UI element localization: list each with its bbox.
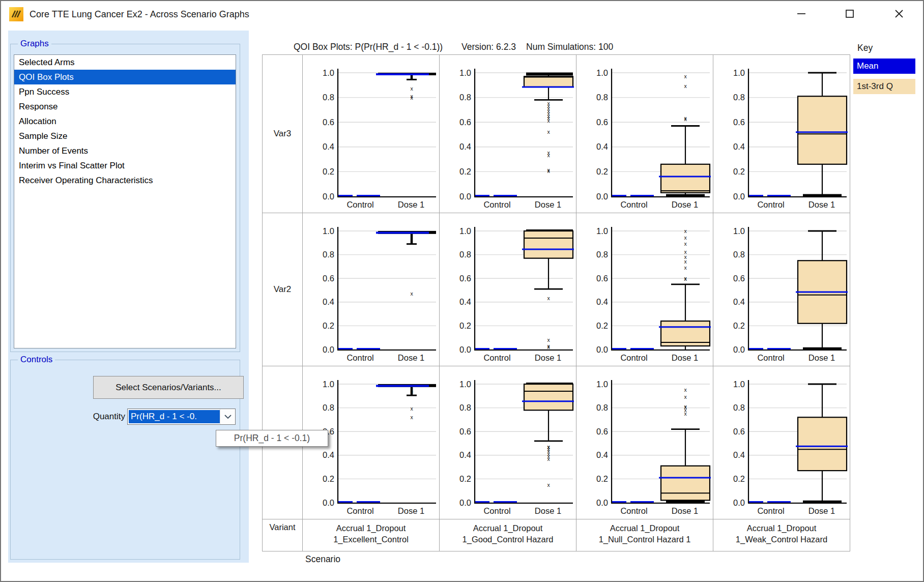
graphs-list-item[interactable]: Receiver Operating Characteristics bbox=[14, 173, 236, 188]
left-panel: Graphs Selected ArmsQOI Box PlotsPpn Suc… bbox=[8, 31, 249, 563]
svg-text:x: x bbox=[684, 83, 687, 89]
svg-text:0.4: 0.4 bbox=[323, 142, 334, 151]
svg-text:x: x bbox=[547, 344, 550, 350]
svg-text:0.0: 0.0 bbox=[459, 192, 471, 201]
version-label: Version: 6.2.3 bbox=[461, 42, 516, 52]
svg-text:0.2: 0.2 bbox=[733, 474, 745, 483]
svg-text:x: x bbox=[684, 73, 687, 79]
key-quartile-badge: 1st-3rd Q bbox=[853, 79, 915, 94]
quantity-combobox[interactable]: Pr(HR_d - 1 < -0. bbox=[127, 409, 236, 425]
row-label-var3: Var3 bbox=[263, 55, 302, 213]
window-title: Core TTE Lung Cancer Ex2 - Across Scenar… bbox=[30, 1, 249, 27]
select-scenarios-variants-button[interactable]: Select Scenarios/Variants... bbox=[93, 376, 244, 399]
graphs-list-item[interactable]: Sample Size bbox=[14, 129, 236, 143]
svg-text:1.0: 1.0 bbox=[596, 380, 608, 389]
svg-text:0.0: 0.0 bbox=[596, 192, 608, 201]
svg-text:Control: Control bbox=[757, 353, 784, 362]
svg-text:x: x bbox=[410, 390, 413, 396]
svg-text:0.4: 0.4 bbox=[323, 450, 334, 459]
svg-text:0.4: 0.4 bbox=[733, 450, 745, 459]
scenario-label-col1: Accrual 1_Dropout1_Excellent_Control bbox=[303, 519, 439, 551]
svg-text:1.0: 1.0 bbox=[323, 226, 334, 236]
svg-text:0.6: 0.6 bbox=[323, 118, 334, 127]
svg-text:0.6: 0.6 bbox=[459, 118, 471, 127]
svg-text:0.8: 0.8 bbox=[459, 403, 471, 412]
svg-text:Dose 1: Dose 1 bbox=[808, 200, 835, 209]
svg-text:x: x bbox=[547, 295, 550, 301]
svg-text:0.2: 0.2 bbox=[596, 167, 608, 176]
svg-text:x: x bbox=[684, 394, 687, 400]
svg-text:Control: Control bbox=[620, 353, 647, 362]
boxplot-grid: Var30.00.20.40.60.81.0ControlDose 1xxx0.… bbox=[262, 54, 850, 551]
close-button[interactable] bbox=[884, 2, 914, 25]
svg-text:1.0: 1.0 bbox=[596, 68, 608, 77]
graphs-list-item[interactable]: Response bbox=[14, 99, 236, 114]
svg-text:0.8: 0.8 bbox=[733, 93, 745, 102]
svg-text:Dose 1: Dose 1 bbox=[398, 200, 424, 209]
maximize-button[interactable] bbox=[835, 2, 864, 25]
svg-text:0.4: 0.4 bbox=[459, 450, 471, 459]
svg-text:x: x bbox=[684, 411, 687, 417]
svg-text:0.2: 0.2 bbox=[459, 167, 471, 176]
minimize-button[interactable] bbox=[787, 2, 816, 25]
svg-text:x: x bbox=[547, 168, 550, 174]
boxplot-panel-var1-col2: 0.00.20.40.60.81.0ControlDose 1xxxxxxxx bbox=[440, 366, 576, 519]
svg-text:0.4: 0.4 bbox=[596, 450, 608, 459]
svg-text:Dose 1: Dose 1 bbox=[672, 200, 698, 209]
boxplot-panel-var3-col4: 0.00.20.40.60.81.0ControlDose 1 bbox=[713, 55, 850, 213]
svg-text:x: x bbox=[684, 276, 687, 282]
graphs-list-item[interactable]: Allocation bbox=[14, 114, 236, 129]
svg-text:0.0: 0.0 bbox=[459, 498, 471, 507]
scenario-axis-label: Scenario bbox=[305, 554, 340, 565]
svg-text:Dose 1: Dose 1 bbox=[535, 506, 561, 515]
svg-text:0.0: 0.0 bbox=[596, 345, 608, 354]
key-mean-badge: Mean bbox=[853, 59, 915, 74]
svg-text:0.2: 0.2 bbox=[323, 474, 334, 483]
svg-text:0.2: 0.2 bbox=[323, 321, 334, 330]
svg-text:0.8: 0.8 bbox=[323, 403, 334, 412]
svg-text:0.8: 0.8 bbox=[596, 250, 608, 259]
svg-text:x: x bbox=[547, 152, 550, 158]
row-label-var2: Var2 bbox=[263, 213, 302, 366]
svg-text:1.0: 1.0 bbox=[459, 226, 471, 236]
svg-text:0.0: 0.0 bbox=[596, 498, 608, 507]
svg-text:0.2: 0.2 bbox=[459, 321, 471, 330]
svg-text:x: x bbox=[684, 258, 687, 265]
svg-text:0.6: 0.6 bbox=[459, 274, 471, 283]
title-bar: Core TTE Lung Cancer Ex2 - Across Scenar… bbox=[1, 1, 923, 27]
svg-text:Control: Control bbox=[620, 200, 647, 209]
svg-text:Dose 1: Dose 1 bbox=[398, 353, 424, 362]
graphs-list[interactable]: Selected ArmsQOI Box PlotsPpn SuccessRes… bbox=[14, 54, 236, 348]
graphs-list-item[interactable]: QOI Box Plots bbox=[14, 70, 236, 84]
graphs-list-item[interactable]: Ppn Success bbox=[14, 84, 236, 99]
svg-text:0.0: 0.0 bbox=[323, 345, 334, 354]
chevron-down-icon[interactable] bbox=[220, 409, 235, 424]
svg-text:0.8: 0.8 bbox=[323, 93, 334, 102]
graphs-groupbox-title: Graphs bbox=[18, 39, 51, 49]
graphs-groupbox: Graphs Selected ArmsQOI Box PlotsPpn Suc… bbox=[10, 44, 240, 352]
graphs-list-item[interactable]: Interim vs Final Scatter Plot bbox=[14, 158, 236, 173]
svg-text:x: x bbox=[684, 241, 687, 247]
svg-text:Control: Control bbox=[346, 506, 373, 515]
svg-text:0.6: 0.6 bbox=[733, 118, 745, 127]
boxplot-panel-var2-col1: 0.00.20.40.60.81.0ControlDose 1x bbox=[303, 213, 439, 366]
svg-text:Control: Control bbox=[757, 200, 784, 209]
boxplot-panel-var1-col4: 0.00.20.40.60.81.0ControlDose 1 bbox=[713, 366, 850, 519]
svg-text:0.8: 0.8 bbox=[459, 93, 471, 102]
svg-text:x: x bbox=[547, 129, 550, 135]
svg-text:0.4: 0.4 bbox=[459, 297, 471, 306]
svg-text:0.8: 0.8 bbox=[459, 250, 471, 259]
graphs-list-item[interactable]: Selected Arms bbox=[14, 55, 236, 70]
svg-text:Control: Control bbox=[346, 353, 373, 362]
svg-text:x: x bbox=[684, 265, 687, 271]
svg-text:x: x bbox=[547, 118, 550, 124]
graphs-list-item[interactable]: Number of Events bbox=[14, 143, 236, 158]
svg-text:Control: Control bbox=[757, 506, 784, 515]
svg-text:0.6: 0.6 bbox=[733, 427, 745, 436]
quantity-tooltip: Pr(HR_d - 1 < -0.1) bbox=[216, 430, 328, 447]
svg-text:x: x bbox=[684, 116, 687, 122]
svg-text:x: x bbox=[410, 405, 413, 412]
boxplot-panel-var3-col1: 0.00.20.40.60.81.0ControlDose 1xxx bbox=[303, 55, 439, 213]
svg-text:Control: Control bbox=[346, 200, 373, 209]
svg-text:0.6: 0.6 bbox=[596, 427, 608, 436]
